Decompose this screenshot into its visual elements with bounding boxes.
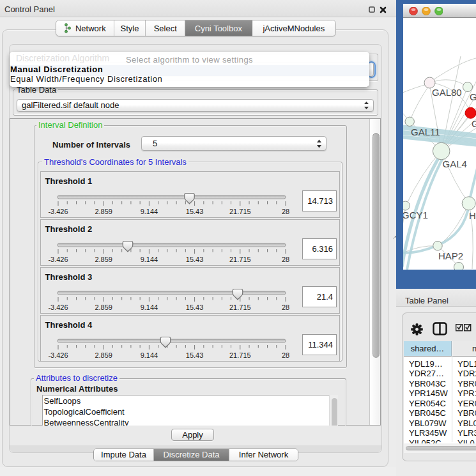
svg-text:15.43: 15.43 — [186, 351, 204, 359]
svg-text:15.43: 15.43 — [186, 256, 204, 263]
svg-text:9.144: 9.144 — [141, 208, 158, 215]
svg-text:HAP2: HAP2 — [438, 250, 463, 261]
svg-text:9.144: 9.144 — [141, 351, 158, 359]
svg-text:-3.426: -3.426 — [48, 208, 68, 215]
svg-text:21.715: 21.715 — [229, 208, 251, 215]
svg-text:15.43: 15.43 — [186, 303, 204, 311]
svg-text:G: G — [472, 118, 476, 129]
svg-text:9.144: 9.144 — [141, 303, 158, 311]
svg-text:-3.426: -3.426 — [48, 351, 68, 359]
svg-text:2.859: 2.859 — [95, 351, 112, 359]
svg-text:2.859: 2.859 — [95, 303, 112, 311]
svg-text:GAL80: GAL80 — [432, 87, 462, 98]
svg-text:2.859: 2.859 — [95, 208, 112, 215]
svg-text:21.715: 21.715 — [229, 303, 251, 311]
svg-text:21.715: 21.715 — [229, 351, 251, 359]
svg-text:28: 28 — [282, 351, 289, 359]
svg-text:H: H — [469, 210, 476, 221]
svg-text:GCY1: GCY1 — [403, 210, 428, 220]
svg-text:-3.426: -3.426 — [48, 256, 68, 263]
svg-text:9.144: 9.144 — [141, 256, 158, 263]
svg-text:15.43: 15.43 — [186, 208, 204, 215]
svg-text:28: 28 — [282, 256, 289, 263]
svg-text:GAL11: GAL11 — [411, 127, 440, 137]
svg-text:-3.426: -3.426 — [48, 303, 68, 311]
svg-text:GAL4: GAL4 — [443, 158, 467, 169]
svg-text:28: 28 — [282, 208, 289, 215]
svg-text:21.715: 21.715 — [229, 256, 251, 263]
svg-text:2.859: 2.859 — [95, 256, 112, 263]
svg-text:GA: GA — [470, 91, 476, 102]
svg-text:28: 28 — [282, 303, 289, 311]
